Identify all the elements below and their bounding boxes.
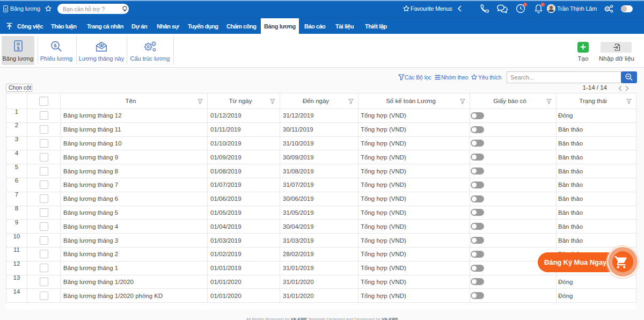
svg-text:$: $ <box>17 46 19 51</box>
svg-text:$: $ <box>100 42 103 47</box>
svg-text:$: $ <box>54 42 57 48</box>
svg-text:$: $ <box>5 8 7 11</box>
